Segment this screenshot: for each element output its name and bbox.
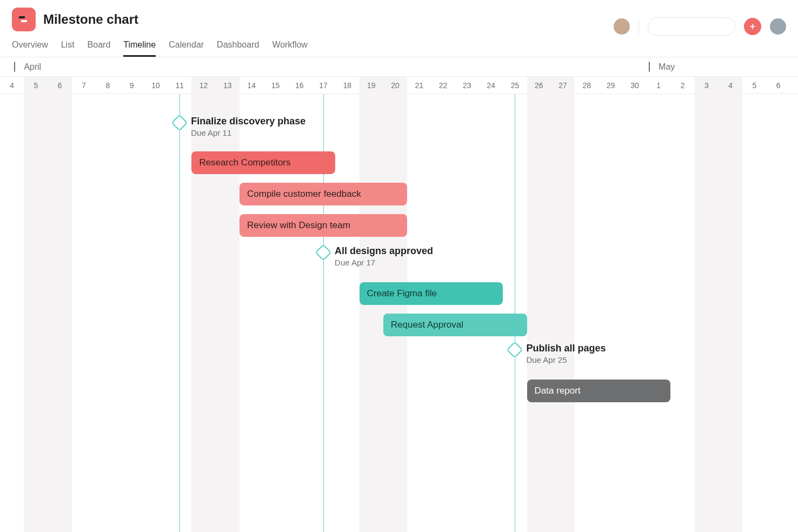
day-header: 2 bbox=[670, 77, 694, 94]
timeline: AprilMay 4567891011121314151617181920212… bbox=[0, 57, 798, 532]
day-header: 21 bbox=[407, 77, 431, 94]
plus-icon bbox=[748, 22, 757, 31]
task-label: Research Competitors bbox=[199, 157, 290, 168]
day-header: 22 bbox=[431, 77, 455, 94]
day-header: 24 bbox=[479, 77, 503, 94]
milestone-due: Due Apr 11 bbox=[191, 128, 305, 137]
day-header: 7 bbox=[72, 77, 96, 94]
day-header: 3 bbox=[695, 77, 719, 94]
task-label: Review with Design team bbox=[247, 220, 350, 231]
user-avatar[interactable] bbox=[770, 18, 786, 35]
page-title: Milestone chart bbox=[43, 12, 138, 27]
day-header: 15 bbox=[263, 77, 287, 94]
milestone-diamond-icon bbox=[171, 114, 188, 131]
day-header: 6 bbox=[48, 77, 72, 94]
day-header: 14 bbox=[240, 77, 263, 94]
header-right bbox=[614, 17, 786, 36]
day-header: 30 bbox=[623, 77, 647, 94]
timeline-grid[interactable]: Finalize discovery phaseDue Apr 11All de… bbox=[0, 94, 798, 532]
member-avatar-1[interactable] bbox=[614, 18, 630, 35]
month-label: April bbox=[17, 57, 41, 77]
day-header: 19 bbox=[360, 77, 383, 94]
milestone-text: Publish all pagesDue Apr 25 bbox=[526, 343, 606, 364]
day-header: 16 bbox=[288, 77, 311, 94]
day-header: 5 bbox=[742, 77, 766, 94]
day-header: 25 bbox=[503, 77, 527, 94]
project-icon[interactable] bbox=[12, 8, 36, 31]
day-header: 26 bbox=[527, 77, 551, 94]
milestone-title: Publish all pages bbox=[526, 343, 606, 354]
tab-board[interactable]: Board bbox=[88, 37, 111, 57]
title-row: Milestone chart bbox=[12, 8, 308, 31]
milestone[interactable]: All designs approvedDue Apr 17 bbox=[317, 245, 433, 267]
header-left: Milestone chart OverviewListBoardTimelin… bbox=[12, 8, 308, 57]
milestone-diamond-icon bbox=[507, 341, 523, 358]
search-box[interactable] bbox=[648, 17, 735, 36]
day-header: 5 bbox=[24, 77, 48, 94]
day-header: 10 bbox=[144, 77, 168, 94]
task-bar[interactable]: Data report bbox=[527, 380, 671, 402]
day-header: 4 bbox=[0, 77, 24, 94]
task-bar[interactable]: Compile customer feedback bbox=[240, 183, 407, 205]
day-header: 9 bbox=[120, 77, 144, 94]
milestone-text: Finalize discovery phaseDue Apr 11 bbox=[191, 116, 305, 137]
milestone-title: All designs approved bbox=[335, 245, 433, 257]
day-header: 23 bbox=[455, 77, 479, 94]
task-label: Request Approval bbox=[391, 320, 463, 330]
day-header: 17 bbox=[311, 77, 335, 94]
day-header: 6 bbox=[767, 77, 790, 94]
app-header: Milestone chart OverviewListBoardTimelin… bbox=[0, 0, 798, 57]
task-label: Compile customer feedback bbox=[247, 189, 361, 200]
day-header: 11 bbox=[168, 77, 191, 94]
task-label: Data report bbox=[535, 385, 581, 396]
tab-calendar[interactable]: Calendar bbox=[169, 37, 204, 57]
month-tick bbox=[649, 62, 650, 72]
tab-dashboard[interactable]: Dashboard bbox=[217, 37, 259, 57]
day-header: 27 bbox=[551, 77, 575, 94]
task-bar[interactable]: Request Approval bbox=[383, 314, 527, 336]
tab-list[interactable]: List bbox=[61, 37, 75, 57]
milestone-due: Due Apr 25 bbox=[526, 355, 606, 364]
search-input[interactable] bbox=[659, 22, 756, 31]
day-header: 4 bbox=[719, 77, 742, 94]
task-bar[interactable]: Review with Design team bbox=[240, 214, 407, 237]
svg-rect-1 bbox=[21, 20, 27, 22]
milestone-text: All designs approvedDue Apr 17 bbox=[335, 245, 433, 267]
task-bar[interactable]: Create Figma file bbox=[360, 282, 503, 305]
milestone-line bbox=[515, 94, 515, 532]
view-tabs: OverviewListBoardTimelineCalendarDashboa… bbox=[12, 37, 308, 57]
day-row: 4567891011121314151617181920212223242526… bbox=[0, 77, 798, 94]
task-label: Create Figma file bbox=[367, 288, 437, 299]
task-bar[interactable]: Research Competitors bbox=[191, 151, 335, 174]
day-header: 1 bbox=[647, 77, 670, 94]
month-label: May bbox=[652, 57, 675, 77]
milestone-line bbox=[179, 94, 180, 532]
milestone-chart-icon bbox=[17, 13, 30, 26]
tab-overview[interactable]: Overview bbox=[12, 37, 48, 57]
day-header: 8 bbox=[96, 77, 119, 94]
month-tick bbox=[14, 62, 15, 72]
milestone-due: Due Apr 17 bbox=[335, 258, 433, 267]
day-header: 29 bbox=[599, 77, 623, 94]
tasks-layer: Finalize discovery phaseDue Apr 11All de… bbox=[0, 94, 798, 532]
svg-rect-0 bbox=[19, 16, 25, 18]
divider bbox=[639, 19, 639, 34]
add-button[interactable] bbox=[744, 18, 761, 35]
milestone-title: Finalize discovery phase bbox=[191, 116, 305, 127]
tab-workflow[interactable]: Workflow bbox=[272, 37, 308, 57]
day-header: 18 bbox=[335, 77, 359, 94]
milestone-diamond-icon bbox=[315, 244, 331, 261]
day-header: 20 bbox=[383, 77, 407, 94]
day-header: 13 bbox=[216, 77, 240, 94]
milestone[interactable]: Finalize discovery phaseDue Apr 11 bbox=[174, 116, 305, 137]
tab-timeline[interactable]: Timeline bbox=[123, 37, 156, 57]
day-header: 12 bbox=[191, 77, 215, 94]
milestone[interactable]: Publish all pagesDue Apr 25 bbox=[509, 343, 606, 364]
day-header: 28 bbox=[575, 77, 598, 94]
month-row: AprilMay bbox=[0, 57, 798, 77]
